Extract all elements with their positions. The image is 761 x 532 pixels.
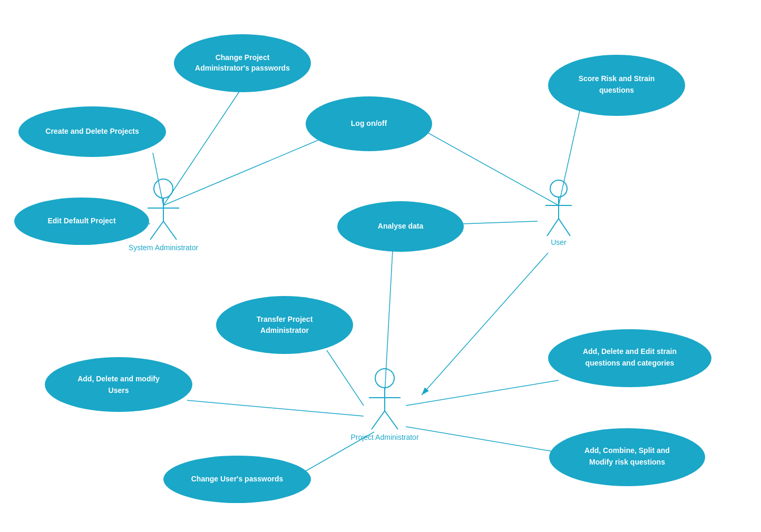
actor-user: User	[545, 180, 572, 247]
svg-point-26	[375, 369, 394, 388]
addcombinesplit-label2: Modify risk questions	[589, 458, 665, 466]
usecase-editdefault: Edit Default Project	[14, 198, 149, 245]
svg-line-14	[385, 250, 393, 394]
svg-point-16	[154, 179, 173, 198]
transferproject-label2: Administrator	[260, 326, 309, 334]
svg-line-11	[187, 400, 364, 416]
usecase-adddeleteedit: Add, Delete and Edit strain questions an…	[548, 329, 711, 387]
svg-point-37	[216, 296, 353, 354]
sysadmin-label: System Administrator	[129, 243, 199, 252]
usecase-createdelete: Create and Delete Projects	[18, 106, 166, 157]
usecase-changepassword: Change Project Administrator's passwords	[174, 34, 311, 92]
usecase-transferproject: Transfer Project Administrator	[216, 296, 353, 354]
adddeleteedit-label: Add, Delete and Edit strain	[583, 347, 677, 356]
svg-line-9	[327, 350, 364, 406]
usecase-adddeletemodify: Add, Delete and modify Users	[45, 357, 192, 412]
svg-point-21	[550, 180, 567, 197]
scorerisks-label2: questions	[599, 86, 634, 94]
svg-line-2	[163, 87, 242, 205]
svg-line-30	[385, 411, 398, 429]
adddeletemodify-label2: Users	[109, 386, 129, 395]
addcombinesplit-label: Add, Combine, Split and	[584, 446, 670, 455]
changepassword-label: Change Project	[216, 53, 270, 62]
usecase-addcombinesplit: Add, Combine, Split and Modify risk ques…	[549, 428, 705, 486]
svg-line-1	[163, 134, 332, 205]
usecase-logonoff: Log on/off	[306, 96, 432, 151]
svg-line-25	[559, 219, 570, 236]
svg-line-15	[422, 253, 548, 395]
svg-line-29	[372, 411, 385, 429]
analysedata-label: Analyse data	[378, 222, 424, 230]
usecase-changeuserpass: Change User's passwords	[163, 456, 311, 503]
scorerisks-label: Score Risk and Strain	[579, 74, 655, 83]
changepassword-label2: Administrator's passwords	[195, 64, 290, 72]
logonoff-label: Log on/off	[351, 119, 387, 127]
svg-line-20	[163, 221, 177, 240]
svg-line-24	[547, 219, 559, 236]
adddeletemodify-label: Add, Delete and modify	[77, 375, 160, 383]
editdefault-label: Edit Default Project	[47, 216, 115, 225]
svg-line-13	[406, 427, 556, 452]
usecase-analysedata: Analyse data	[337, 201, 464, 252]
projadmin-label: Project Administrator	[350, 433, 418, 441]
usecase-scorerisks: Score Risk and Strain questions	[548, 55, 685, 116]
svg-point-39	[45, 357, 192, 412]
svg-line-10	[406, 380, 559, 406]
adddeleteedit-label2: questions and categories	[586, 359, 675, 367]
changeuserpass-label: Change User's passwords	[191, 475, 284, 483]
createdelete-label: Create and Delete Projects	[45, 127, 139, 135]
user-label: User	[551, 238, 567, 247]
svg-line-8	[559, 111, 580, 205]
svg-line-7	[461, 221, 538, 224]
transferproject-label: Transfer Project	[257, 315, 313, 323]
svg-line-19	[150, 221, 163, 240]
svg-line-6	[426, 132, 559, 205]
